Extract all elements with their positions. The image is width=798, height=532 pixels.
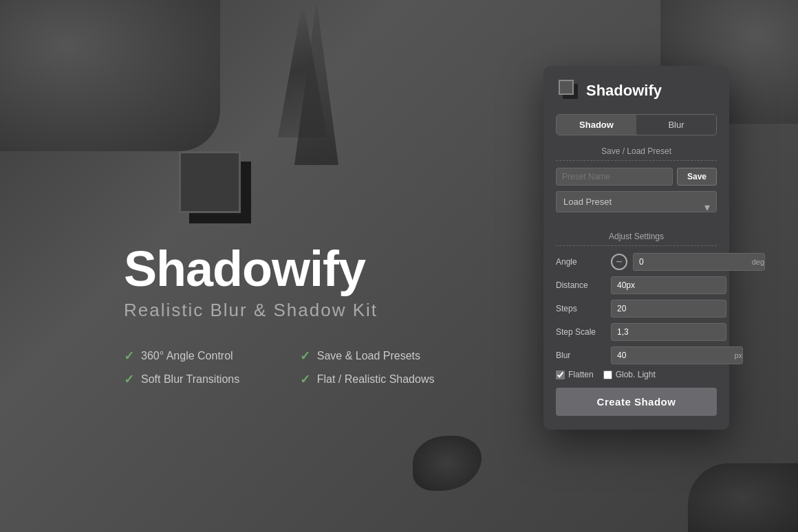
distance-field-row: Distance <box>556 276 717 294</box>
check-icon-4: ✓ <box>300 372 310 387</box>
logo-square <box>179 151 241 213</box>
blur-label: Blur <box>556 351 605 360</box>
distance-label: Distance <box>556 280 605 290</box>
step-scale-label: Step Scale <box>556 327 605 337</box>
load-preset-select[interactable]: Load Preset <box>556 191 717 212</box>
glob-light-checkbox[interactable] <box>603 370 612 379</box>
feature-item: ✓ Soft Blur Transitions <box>124 372 259 387</box>
distance-input[interactable] <box>611 276 726 294</box>
feature-label-3: Soft Blur Transitions <box>141 373 239 386</box>
save-button[interactable]: Save <box>677 168 717 186</box>
flatten-checkbox[interactable] <box>556 370 565 379</box>
feature-label-1: 360° Angle Control <box>141 350 233 362</box>
feature-item: ✓ Flat / Realistic Shadows <box>300 372 435 387</box>
angle-minus-icon[interactable]: − <box>611 254 627 270</box>
deco-camera <box>0 0 220 151</box>
flatten-checkbox-item[interactable]: Flatten <box>556 370 594 379</box>
steps-field-row: Steps <box>556 300 717 318</box>
left-content: Shadowify Realistic Blur & Shadow Kit ✓ … <box>110 151 434 387</box>
blur-field-row: Blur px <box>556 346 717 364</box>
glob-light-label: Glob. Light <box>616 370 656 379</box>
divider-2 <box>556 245 717 246</box>
check-icon-1: ✓ <box>124 348 134 364</box>
step-scale-field-row: Step Scale <box>556 323 717 341</box>
tab-shadow[interactable]: Shadow <box>557 115 636 135</box>
preset-name-input[interactable] <box>556 168 673 186</box>
shadowify-panel: Shadowify Shadow Blur Save / Load Preset… <box>543 66 729 430</box>
panel-header: Shadowify <box>556 80 717 102</box>
app-title-large: Shadowify <box>124 241 434 297</box>
save-load-label: Save / Load Preset <box>556 146 717 156</box>
tab-blur[interactable]: Blur <box>636 115 716 135</box>
blur-unit: px <box>726 351 742 359</box>
feature-item: ✓ 360° Angle Control <box>124 348 259 364</box>
load-preset-wrapper: Load Preset <box>556 191 717 222</box>
panel-logo-square <box>559 80 574 95</box>
angle-unit: deg <box>748 258 764 266</box>
steps-input[interactable] <box>611 300 726 318</box>
divider-1 <box>556 160 717 161</box>
feature-label-4: Flat / Realistic Shadows <box>317 373 435 386</box>
glob-light-checkbox-item[interactable]: Glob. Light <box>603 370 656 379</box>
preset-row: Save <box>556 168 717 186</box>
angle-input[interactable] <box>634 254 748 270</box>
panel-logo-icon <box>556 80 578 102</box>
feature-item: ✓ Save & Load Presets <box>300 348 435 364</box>
app-logo-large <box>165 151 255 234</box>
deco-bottom-right <box>688 463 798 532</box>
check-icon-2: ✓ <box>300 348 310 364</box>
create-shadow-button[interactable]: Create Shadow <box>556 388 717 416</box>
checkboxes-row: Flatten Glob. Light <box>556 370 717 379</box>
check-icon-3: ✓ <box>124 372 134 387</box>
step-scale-input[interactable] <box>611 323 726 341</box>
blur-input[interactable] <box>612 347 726 364</box>
tab-bar: Shadow Blur <box>556 114 717 135</box>
steps-label: Steps <box>556 304 605 313</box>
blur-input-wrap: px <box>611 346 743 364</box>
features-list: ✓ 360° Angle Control ✓ Save & Load Prese… <box>124 348 434 387</box>
flatten-label: Flatten <box>568 370 594 379</box>
app-subtitle: Realistic Blur & Shadow Kit <box>124 300 434 321</box>
feature-label-2: Save & Load Presets <box>317 350 420 362</box>
angle-label: Angle <box>556 257 605 267</box>
adjust-settings-label: Adjust Settings <box>556 232 717 241</box>
panel-title: Shadowify <box>586 82 662 100</box>
angle-field-row: Angle − deg <box>556 253 717 271</box>
angle-input-wrap: deg <box>633 253 765 271</box>
